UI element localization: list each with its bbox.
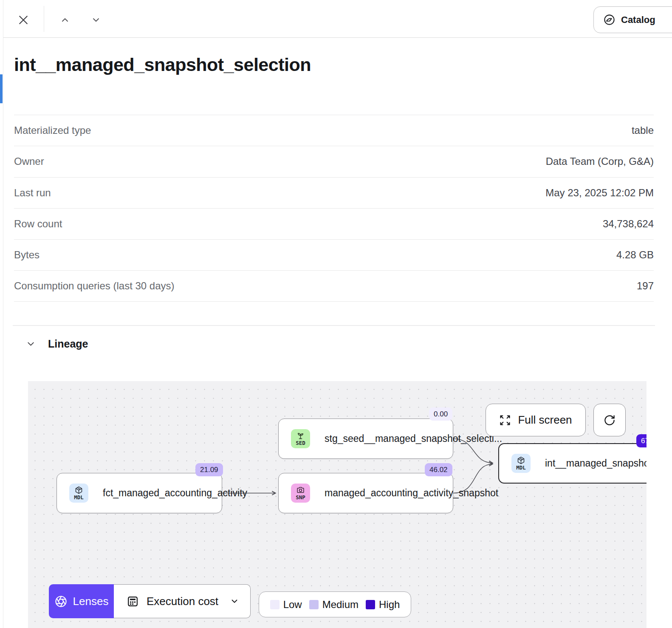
- row-value: May 23, 2025 12:02 PM: [545, 187, 654, 199]
- seedling-icon: [296, 431, 305, 440]
- lenses-control: Lenses Execution cost: [49, 584, 251, 618]
- chevron-down-icon: [91, 15, 101, 25]
- row-label: Row count: [14, 218, 62, 230]
- row-value: 197: [637, 280, 654, 292]
- legend-swatch-high: [366, 600, 375, 609]
- next-item-button[interactable]: [88, 13, 104, 27]
- row-label: Last run: [14, 187, 51, 199]
- top-toolbar: Catalog: [3, 0, 672, 38]
- lineage-node-fct-managed-accounting-activity[interactable]: MDL fct_managed_accounting_activity: [56, 473, 222, 513]
- cost-badge: 0.00: [429, 407, 452, 421]
- fullscreen-button-label: Full screen: [518, 413, 572, 427]
- row-label: Materialized type: [14, 124, 91, 136]
- aperture-icon: [54, 595, 68, 608]
- cost-legend: Low Medium High: [259, 591, 411, 617]
- node-type-label: MDL: [74, 495, 84, 501]
- snapshot-type-chip: SNP: [291, 484, 310, 503]
- panel-left-border: [3, 0, 3, 628]
- seed-type-chip: SED: [291, 429, 310, 448]
- row-label: Consumption queries (last 30 days): [14, 280, 175, 292]
- lineage-node-managed-accounting-activity-snapshot[interactable]: SNP managed_accounting_activity_snapshot: [278, 473, 453, 513]
- camera-icon: [296, 486, 305, 495]
- expand-icon: [499, 414, 511, 426]
- legend-item-medium: Medium: [309, 599, 359, 611]
- detail-panel: Catalog int__managed_snapshot_selection …: [0, 0, 672, 628]
- legend-swatch-low: [270, 600, 280, 609]
- lenses-button[interactable]: Lenses: [49, 584, 114, 618]
- table-row: Last run May 23, 2025 12:02 PM: [14, 177, 654, 208]
- previous-item-button[interactable]: [56, 13, 73, 27]
- node-type-label: MDL: [516, 465, 526, 471]
- close-icon: [17, 14, 30, 26]
- row-label: Bytes: [14, 249, 40, 261]
- table-row: Consumption queries (last 30 days) 197: [14, 270, 654, 301]
- chevron-down-icon: [25, 339, 36, 349]
- lineage-node-stg-seed-managed-snapshot-selection[interactable]: SED stg_seed__managed_snapshot_selecti..…: [278, 419, 453, 459]
- table-row: Materialized type table: [14, 115, 654, 146]
- table-row: Bytes 4.28 GB: [14, 239, 654, 270]
- node-type-label: SNP: [296, 495, 305, 501]
- lenses-button-label: Lenses: [73, 595, 109, 608]
- row-label: Owner: [14, 156, 44, 167]
- execution-cost-icon: [126, 595, 139, 608]
- refresh-icon: [603, 414, 616, 427]
- selected-lens-label: Execution cost: [147, 595, 218, 608]
- node-name: fct_managed_accounting_activity: [103, 487, 247, 499]
- row-value: table: [632, 124, 654, 136]
- section-divider: [13, 325, 655, 326]
- legend-item-low: Low: [270, 599, 302, 611]
- toolbar-divider: [44, 6, 44, 32]
- compass-icon: [603, 14, 616, 26]
- catalog-button[interactable]: Catalog: [593, 6, 672, 33]
- row-value: Data Team (Corp, G&A): [546, 156, 654, 167]
- lineage-collapse-button[interactable]: [25, 339, 36, 349]
- node-name: managed_accounting_activity_snapshot: [325, 487, 498, 499]
- chevron-down-icon: [230, 597, 239, 606]
- model-type-chip: MDL: [69, 484, 88, 503]
- chevron-up-icon: [60, 15, 70, 25]
- legend-swatch-medium: [309, 600, 319, 609]
- row-value: 34,738,624: [603, 218, 654, 230]
- refresh-button[interactable]: [593, 404, 626, 436]
- table-row: Row count 34,738,624: [14, 208, 654, 239]
- legend-item-high: High: [366, 599, 400, 611]
- lineage-graph-canvas[interactable]: 21.09 0.00 46.02 67 MDL fct_managed_acco…: [28, 381, 647, 628]
- page-title: int__managed_snapshot_selection: [14, 54, 311, 75]
- fullscreen-button[interactable]: Full screen: [486, 404, 586, 436]
- left-blue-indicator: [0, 74, 3, 103]
- model-type-chip: MDL: [511, 454, 531, 473]
- cost-badge: 67: [636, 434, 647, 447]
- cost-badge: 46.02: [425, 463, 452, 476]
- catalog-button-label: Catalog: [621, 14, 655, 25]
- cube-icon: [74, 486, 83, 495]
- table-row: Owner Data Team (Corp, G&A): [14, 146, 654, 177]
- node-name: int__managed_snapshot_selection: [545, 458, 647, 469]
- lens-select-dropdown[interactable]: Execution cost: [114, 584, 251, 618]
- row-value: 4.28 GB: [616, 249, 654, 261]
- close-button[interactable]: [15, 11, 32, 28]
- cost-badge: 21.09: [195, 463, 223, 476]
- node-name: stg_seed__managed_snapshot_selecti...: [325, 433, 502, 444]
- lineage-section-title: Lineage: [48, 338, 88, 350]
- cube-icon: [517, 456, 525, 465]
- node-type-label: SED: [296, 441, 305, 446]
- metadata-table: Materialized type table Owner Data Team …: [14, 115, 654, 302]
- lineage-node-int-managed-snapshot-selection[interactable]: MDL int__managed_snapshot_selection: [498, 443, 647, 484]
